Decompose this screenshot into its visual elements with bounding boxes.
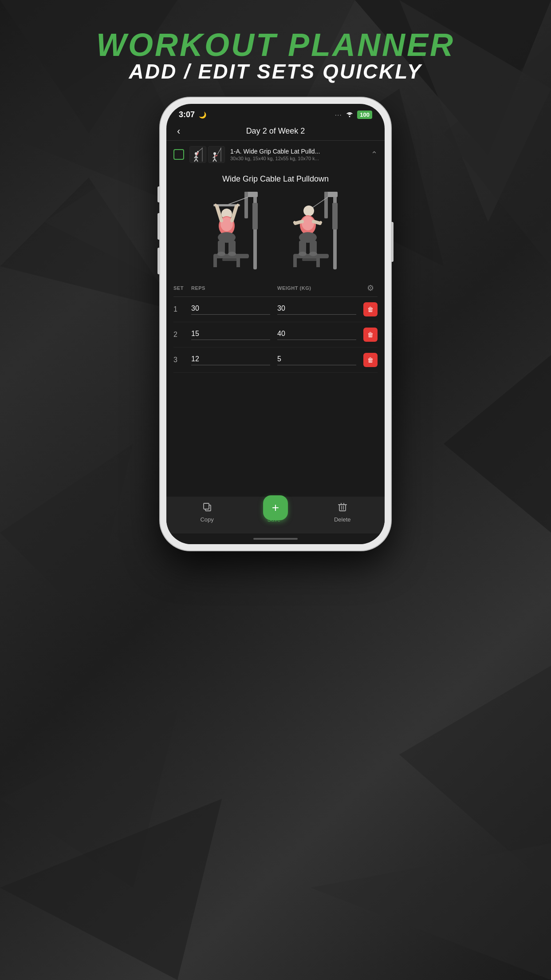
svg-rect-45 (236, 256, 240, 267)
home-bar (253, 538, 298, 540)
exercise-detail: Wide Grip Cable Lat Pulldown (166, 168, 385, 497)
col-header-reps: REPS (191, 285, 277, 291)
weight-input-wrap-1 (277, 304, 363, 315)
exercise-name-header: 1-A. Wide Grip Cable Lat Pulld... (230, 148, 367, 155)
fab-container: + (263, 495, 288, 520)
svg-point-29 (213, 152, 216, 155)
exercise-checkbox[interactable] (173, 149, 184, 160)
svg-marker-7 (0, 444, 133, 621)
set-number-2: 2 (173, 331, 191, 339)
chevron-up-icon[interactable]: ⌃ (371, 150, 378, 159)
svg-line-75 (320, 222, 321, 223)
weight-input-1[interactable] (277, 304, 356, 315)
svg-line-52 (236, 205, 238, 206)
delete-set-1-button[interactable]: 🗑 (363, 302, 378, 316)
reps-input-wrap-2 (191, 330, 277, 340)
svg-point-57 (228, 252, 236, 256)
weight-input-wrap-3 (277, 355, 363, 365)
back-button[interactable]: ‹ (177, 126, 180, 137)
home-indicator (166, 533, 385, 544)
svg-rect-60 (324, 192, 328, 218)
set-row: 2 🗑 (173, 322, 378, 348)
weight-input-3[interactable] (277, 355, 356, 365)
svg-rect-26 (209, 146, 224, 162)
svg-point-69 (303, 205, 314, 216)
top-text-area: WORKOUT PLANNER ADD / EDIT SETS QUICKLY (0, 27, 551, 83)
copy-icon (202, 502, 212, 514)
lat-pulldown-svg-end (280, 190, 351, 274)
svg-rect-61 (332, 203, 338, 229)
col-header-weight: WEIGHT (KG) (277, 285, 363, 291)
svg-rect-82 (204, 503, 209, 509)
reps-input-wrap-3 (191, 355, 277, 365)
copy-label: Copy (200, 516, 213, 523)
svg-line-51 (216, 205, 217, 206)
exercise-title: Wide Grip Cable Lat Pulldown (166, 168, 385, 187)
side-button-vol-down (157, 248, 160, 274)
svg-rect-67 (293, 256, 297, 267)
exercise-sets-preview: 30x30 kg, 15x40 kg, 12x55 kg, 10x70 k... (230, 156, 367, 161)
app-subtitle: ADD / EDIT SETS QUICKLY (0, 59, 551, 83)
status-icons: ··· 100 (335, 111, 372, 119)
svg-marker-12 (311, 843, 551, 980)
svg-rect-37 (244, 192, 248, 218)
set-number-1: 1 (173, 305, 191, 313)
col-header-action: ⚙ (363, 283, 378, 293)
status-time: 3:07 🌙 (179, 110, 206, 119)
svg-line-74 (295, 222, 295, 223)
settings-icon[interactable]: ⚙ (367, 283, 374, 293)
svg-point-71 (302, 216, 314, 230)
weight-input-2[interactable] (277, 330, 356, 340)
status-bar: 3:07 🌙 ··· 100 (166, 104, 385, 123)
copy-action[interactable]: Copy (200, 502, 213, 523)
sets-header: SET REPS WEIGHT (KG) ⚙ (173, 280, 378, 297)
delete-icon (338, 502, 347, 514)
svg-rect-87 (339, 505, 346, 511)
sets-section: SET REPS WEIGHT (KG) ⚙ 1 (166, 280, 385, 373)
exercise-thumb-2 (208, 146, 225, 163)
phone-wrapper: 3:07 🌙 ··· 100 ‹ (160, 98, 391, 550)
reps-input-2[interactable] (191, 330, 270, 340)
exercise-header-row[interactable]: 1-A. Wide Grip Cable Lat Pulld... 30x30 … (166, 141, 385, 168)
phone-outer: 3:07 🌙 ··· 100 ‹ (160, 98, 391, 550)
delete-set-3-button[interactable]: 🗑 (363, 353, 378, 367)
moon-icon: 🌙 (199, 111, 206, 119)
side-button-vol-up (157, 213, 160, 240)
set-row: 3 🗑 (173, 348, 378, 373)
weight-input-wrap-2 (277, 330, 363, 340)
exercise-figure-start (200, 192, 271, 272)
delete-action[interactable]: Delete (334, 502, 351, 523)
delete-label: Delete (334, 516, 351, 523)
svg-point-79 (299, 252, 307, 256)
plus-icon: + (272, 502, 279, 514)
set-number-3: 3 (173, 356, 191, 364)
exercise-info: 1-A. Wide Grip Cable Lat Pulld... 30x30 … (230, 148, 367, 161)
trash-icon-3: 🗑 (367, 356, 374, 364)
reps-input-3[interactable] (191, 355, 270, 365)
trash-icon-2: 🗑 (367, 331, 374, 338)
wifi-icon (346, 111, 354, 119)
svg-rect-38 (252, 203, 258, 229)
exercise-thumb-figure-2 (209, 146, 224, 162)
lat-pulldown-svg-start (200, 190, 271, 274)
svg-rect-15 (190, 146, 206, 162)
svg-line-50 (232, 206, 236, 221)
exercise-thumb-figure-1 (190, 146, 206, 162)
side-button-mute (157, 186, 160, 202)
reps-input-1[interactable] (191, 304, 270, 315)
side-button-power (391, 222, 394, 262)
exercise-animation (166, 187, 385, 276)
exercise-thumbnails (189, 146, 225, 163)
set-row: 1 🗑 (173, 297, 378, 322)
add-set-button[interactable]: + (263, 495, 288, 520)
exercise-thumb-1 (189, 146, 206, 163)
battery-indicator: 100 (357, 111, 372, 119)
svg-line-49 (217, 206, 221, 221)
exercise-figure-end (280, 192, 351, 272)
reps-input-wrap-1 (191, 304, 277, 315)
delete-set-2-button[interactable]: 🗑 (363, 328, 378, 342)
app-title: WORKOUT PLANNER (0, 27, 551, 63)
signal-dots-icon: ··· (335, 112, 342, 118)
svg-marker-8 (444, 355, 551, 533)
col-header-set: SET (173, 285, 191, 291)
